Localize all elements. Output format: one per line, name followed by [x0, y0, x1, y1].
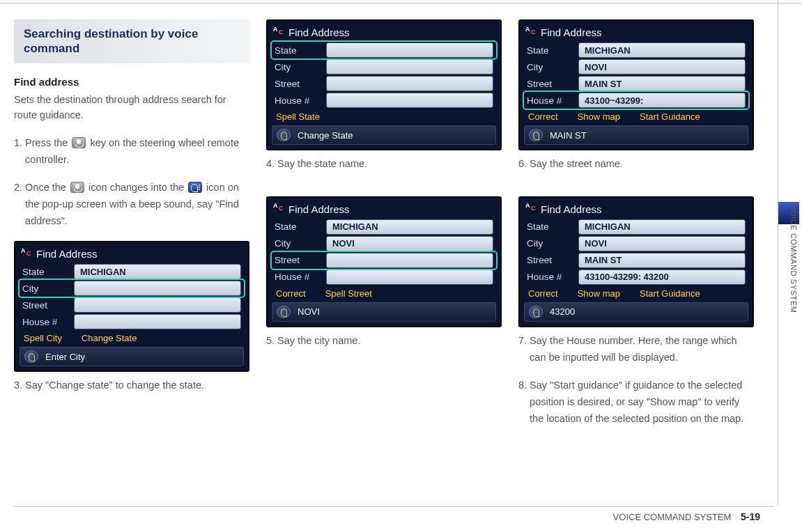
field-label-street: Street: [275, 79, 321, 89]
field-street[interactable]: [326, 253, 493, 268]
field-house[interactable]: [326, 269, 493, 285]
field-city[interactable]: NOVI: [578, 59, 746, 75]
screen-title: Find Address: [36, 248, 98, 260]
status-text: Enter City: [45, 352, 85, 362]
step-4-number: 4.: [266, 156, 275, 173]
screen-title: Find Address: [288, 26, 350, 38]
status-text: 43200: [550, 306, 575, 317]
field-street[interactable]: MAIN ST: [578, 76, 746, 91]
field-label-city: City: [275, 238, 321, 249]
cmd-show-map[interactable]: Show map: [578, 111, 620, 122]
field-city[interactable]: NOVI: [326, 236, 493, 251]
field-city[interactable]: [74, 281, 241, 296]
cmd-spell-city[interactable]: Spell City: [24, 333, 62, 343]
status-text: MAIN ST: [550, 130, 587, 141]
field-label-house: House #: [527, 95, 573, 106]
field-label-city: City: [22, 283, 68, 294]
listening-icon: [188, 182, 202, 193]
field-label-state: State: [527, 221, 573, 232]
step-6-text: Say the street name.: [530, 156, 755, 173]
bottom-rule: [14, 506, 774, 507]
screen-step4: Find Address State City Street House # S…: [266, 19, 502, 150]
screen-title: Find Address: [288, 203, 350, 215]
cmd-start-guidance[interactable]: Start Guidance: [640, 288, 700, 299]
cmd-show-map[interactable]: Show map: [578, 288, 620, 299]
field-street[interactable]: [74, 297, 241, 313]
find-address-logo-icon: [527, 27, 537, 38]
field-house[interactable]: 43100-43299: 43200: [578, 269, 746, 285]
field-state[interactable]: MICHIGAN: [74, 264, 241, 279]
field-house[interactable]: 43100~43299:: [578, 93, 746, 108]
field-city[interactable]: NOVI: [578, 236, 746, 251]
step-2: 2. Once the icon changes into the icon o…: [14, 180, 251, 230]
screen-step6: Find Address StateMICHIGAN CityNOVI Stre…: [518, 19, 754, 150]
screen-title: Find Address: [541, 203, 602, 215]
step-7-number: 7.: [518, 333, 527, 366]
field-state[interactable]: MICHIGAN: [578, 219, 746, 235]
status-text: NOVI: [298, 306, 320, 317]
screen-step3: Find Address StateMICHIGAN City Street H…: [14, 241, 249, 372]
field-street[interactable]: [326, 76, 493, 91]
field-label-state: State: [275, 45, 321, 56]
field-label-house: House #: [275, 95, 321, 106]
field-house[interactable]: [326, 93, 493, 108]
field-city[interactable]: [326, 59, 493, 75]
side-rule: [778, 0, 778, 506]
field-street[interactable]: MAIN ST: [578, 253, 746, 268]
step-4-text: Say the state name.: [277, 156, 503, 173]
cmd-correct[interactable]: Correct: [528, 288, 558, 299]
step-1-number: 1.: [14, 135, 22, 169]
field-state[interactable]: [326, 42, 493, 58]
ear-icon: [529, 129, 543, 141]
step-7-text: Say the House number. Here, the range wh…: [530, 333, 755, 366]
field-label-house: House #: [22, 317, 68, 327]
field-state[interactable]: MICHIGAN: [578, 42, 746, 58]
step-1-text-a: Press the: [25, 137, 68, 148]
field-house[interactable]: [74, 314, 241, 329]
screen-step7: Find Address StateMICHIGAN CityNOVI Stre…: [518, 196, 754, 327]
find-address-logo-icon: [527, 203, 537, 214]
field-state[interactable]: MICHIGAN: [326, 219, 493, 235]
cmd-spell-street[interactable]: Spell Street: [325, 288, 372, 299]
step-6: 6. Say the street name.: [518, 156, 755, 173]
step-5-text: Say the city name.: [277, 333, 503, 350]
footer-label: VOICE COMMAND SYSTEM: [613, 512, 732, 522]
field-label-street: Street: [527, 79, 573, 89]
step-5: 5. Say the city name.: [266, 333, 503, 350]
cmd-spell-state[interactable]: Spell State: [276, 111, 320, 122]
step-8-text: Say "Start guidance" if guidance to the …: [530, 377, 755, 428]
ear-icon: [529, 306, 543, 318]
step-4: 4. Say the state name.: [266, 156, 503, 173]
side-tab-label: VOICE COMMAND SYSTEM: [785, 202, 802, 316]
step-3: 3. Say "Change state" to change the stat…: [14, 377, 251, 394]
step-5-number: 5.: [266, 333, 275, 350]
step-8-number: 8.: [518, 377, 527, 428]
step-7: 7. Say the House number. Here, the range…: [518, 333, 755, 366]
step-8: 8. Say "Start guidance" if guidance to t…: [518, 377, 755, 428]
step-3-text: Say "Change state" to change the state.: [25, 377, 251, 394]
cmd-correct[interactable]: Correct: [276, 288, 306, 299]
field-label-street: Street: [527, 255, 573, 265]
column-1: Searching destination by voice command F…: [14, 19, 251, 439]
status-text: Change State: [298, 130, 353, 141]
screen-title: Find Address: [541, 26, 602, 38]
cmd-change-state[interactable]: Change State: [82, 333, 137, 343]
ear-icon: [277, 129, 291, 141]
cmd-correct[interactable]: Correct: [528, 111, 558, 122]
section-heading: Searching destination by voice command: [14, 19, 251, 63]
step-6-number: 6.: [518, 156, 527, 173]
voice-key-icon: [72, 137, 86, 148]
voice-icon: [70, 182, 84, 193]
ear-icon: [277, 306, 291, 318]
column-2: Find Address State City Street House # S…: [266, 19, 503, 439]
cmd-start-guidance[interactable]: Start Guidance: [640, 111, 700, 122]
field-label-house: House #: [527, 272, 573, 282]
ear-icon: [24, 350, 38, 363]
step-2-number: 2.: [14, 180, 22, 230]
field-label-state: State: [275, 221, 321, 232]
field-label-state: State: [22, 267, 68, 277]
top-rule: [0, 3, 802, 4]
field-label-state: State: [527, 45, 573, 56]
find-address-logo-icon: [275, 203, 284, 214]
field-label-city: City: [527, 62, 573, 72]
